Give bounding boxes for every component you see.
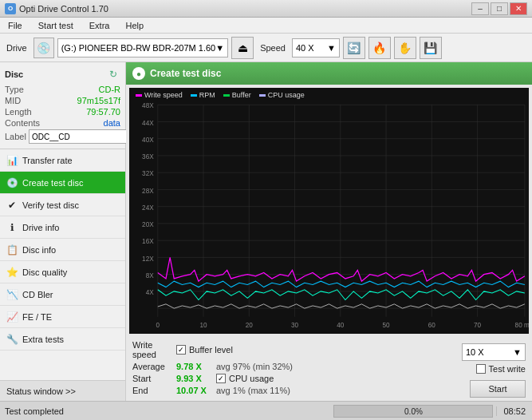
svg-text:44X: 44X xyxy=(142,119,154,127)
verify-test-disc-icon: ✔ xyxy=(6,200,18,211)
disc-type-value: CD-R xyxy=(99,85,121,94)
close-button[interactable]: ✕ xyxy=(510,2,527,15)
sidebar-item-disc-info[interactable]: 📋 Disc info xyxy=(0,239,125,261)
write-speed-row: Write speed ✓ Buffer level xyxy=(132,340,455,359)
speed-value: 40 X xyxy=(296,43,314,53)
buffer-legend-dot xyxy=(223,94,230,97)
chevron-down-icon2: ▼ xyxy=(327,43,336,53)
drive-dropdown[interactable]: (G:) PIONEER BD-RW BDR-207M 1.60 ▼ xyxy=(57,38,228,57)
menu-bar: File Start test Extra Help xyxy=(0,18,532,34)
disc-length-key: Length xyxy=(5,107,32,117)
transfer-rate-icon: 📊 xyxy=(6,155,18,166)
legend-buffer-label: Buffer xyxy=(232,91,251,99)
sidebar-item-label: Transfer rate xyxy=(22,156,73,165)
svg-text:28X: 28X xyxy=(142,187,154,195)
disc-contents-key: Contents xyxy=(5,118,40,128)
status-window-label: Status window >> xyxy=(6,386,76,396)
svg-text:24X: 24X xyxy=(142,204,154,212)
sidebar-item-extra-tests[interactable]: 🔧 Extra tests xyxy=(0,328,125,351)
stats-left: Write speed ✓ Buffer level Average 9.78 … xyxy=(132,340,455,398)
sidebar-item-label: Verify test disc xyxy=(22,200,79,210)
sidebar-item-fe-te[interactable]: 📈 FE / TE xyxy=(0,306,125,328)
cpu-usage-legend-dot xyxy=(259,94,266,97)
sidebar-item-disc-quality[interactable]: ⭐ Disc quality xyxy=(0,261,125,283)
stats-right: 10 X ▼ Test write Start xyxy=(462,340,526,398)
legend-buffer: Buffer xyxy=(223,91,251,99)
disc-type-key: Type xyxy=(5,85,24,94)
disc-quality-icon: ⭐ xyxy=(6,267,18,278)
sidebar-item-label: Disc quality xyxy=(22,267,67,277)
drive-label: Drive xyxy=(3,43,30,53)
sidebar-item-label: Create test disc xyxy=(22,178,83,188)
toolbar: Drive 💿 (G:) PIONEER BD-RW BDR-207M 1.60… xyxy=(0,34,532,62)
title-bar: O Opti Drive Control 1.70 – □ ✕ xyxy=(0,0,532,18)
disc-mid-value: 97m15s17f xyxy=(77,96,120,105)
svg-rect-0 xyxy=(129,88,529,334)
disc-label-row: Label ⚙ xyxy=(5,129,120,144)
fe-te-icon: 📈 xyxy=(6,311,18,323)
legend-cpu-label: CPU usage xyxy=(268,91,305,99)
cd-bler-icon: 📉 xyxy=(6,289,18,300)
end-value: 10.07 X xyxy=(176,386,216,395)
main-area: Disc ↻ Type CD-R MID 97m15s17f Length 79… xyxy=(0,62,532,401)
disc-info-panel: Disc ↻ Type CD-R MID 97m15s17f Length 79… xyxy=(0,62,125,149)
eject-button[interactable]: ⏏ xyxy=(231,37,254,59)
legend-rpm-label: RPM xyxy=(199,91,215,99)
test-write-checkbox[interactable] xyxy=(476,364,486,374)
svg-text:16X: 16X xyxy=(142,237,154,245)
refresh-button[interactable]: 🔄 xyxy=(343,37,365,59)
svg-text:8X: 8X xyxy=(146,271,154,279)
content-header: ● Create test disc xyxy=(126,62,532,85)
nav-items: 📊 Transfer rate 💿 Create test disc ✔ Ver… xyxy=(0,149,125,380)
sidebar-item-verify-test-disc[interactable]: ✔ Verify test disc xyxy=(0,194,125,216)
average-row: Average 9.78 X avg 97% (min 32%) xyxy=(132,362,455,371)
status-window-button[interactable]: Status window >> xyxy=(0,380,125,401)
test-write-row: Test write xyxy=(476,364,526,374)
start-button[interactable]: Start xyxy=(470,380,526,398)
disc-contents-value: data xyxy=(104,118,120,128)
disc-length-row: Length 79:57.70 xyxy=(5,107,120,117)
cpu-usage-check-row: ✓ CPU usage xyxy=(216,374,274,383)
sidebar-item-label: Drive info xyxy=(22,223,59,232)
bottom-stats: Write speed ✓ Buffer level Average 9.78 … xyxy=(126,337,532,401)
svg-text:40: 40 xyxy=(337,320,344,328)
disc-label-key: Label xyxy=(5,132,26,141)
grip-button[interactable]: ✋ xyxy=(394,37,416,59)
sidebar-item-transfer-rate[interactable]: 📊 Transfer rate xyxy=(0,149,125,172)
legend-rpm: RPM xyxy=(191,91,215,99)
sidebar-item-label: Disc info xyxy=(22,245,56,255)
chart-svg: 48X 44X 40X 36X 32X 28X 24X 20X 16X 12X … xyxy=(129,88,529,334)
maximize-button[interactable]: □ xyxy=(491,2,508,15)
cpu-usage-checkbox[interactable]: ✓ xyxy=(216,374,226,383)
sidebar-item-create-test-disc[interactable]: 💿 Create test disc xyxy=(0,172,125,194)
minimize-button[interactable]: – xyxy=(471,2,489,15)
disc-section-label: Disc xyxy=(5,69,23,79)
menu-file[interactable]: File xyxy=(3,19,27,32)
speed-label: Speed xyxy=(257,43,289,53)
disc-header: Disc ↻ xyxy=(5,67,120,81)
buffer-level-checkbox[interactable]: ✓ xyxy=(176,345,186,355)
disc-refresh-button[interactable]: ↻ xyxy=(106,67,120,81)
menu-start-test[interactable]: Start test xyxy=(33,19,78,32)
disc-mid-key: MID xyxy=(5,96,21,105)
sidebar-item-drive-info[interactable]: ℹ Drive info xyxy=(0,216,125,239)
create-test-disc-icon: 💿 xyxy=(6,177,18,188)
disc-mid-row: MID 97m15s17f xyxy=(5,96,120,105)
speed-dropdown[interactable]: 40 X ▼ xyxy=(292,38,340,57)
disc-label-input[interactable] xyxy=(29,129,136,144)
save-button[interactable]: 💾 xyxy=(420,37,442,59)
app-icon: O xyxy=(5,3,16,14)
burn-button[interactable]: 🔥 xyxy=(368,37,391,59)
sidebar-item-cd-bler[interactable]: 📉 CD Bler xyxy=(0,283,125,306)
disc-length-value: 79:57.70 xyxy=(86,107,120,117)
content-area: ● Create test disc Write speed RPM Buffe… xyxy=(126,62,532,401)
svg-text:20X: 20X xyxy=(142,220,154,228)
title-bar-left: O Opti Drive Control 1.70 xyxy=(5,3,108,14)
svg-text:12X: 12X xyxy=(142,255,154,263)
menu-help[interactable]: Help xyxy=(120,19,148,32)
sidebar-item-label: CD Bler xyxy=(22,290,53,299)
speed-select-dropdown[interactable]: 10 X ▼ xyxy=(462,343,526,361)
average-label: Average xyxy=(132,362,176,371)
start-value: 9.93 X xyxy=(176,374,216,383)
menu-extra[interactable]: Extra xyxy=(85,19,115,32)
